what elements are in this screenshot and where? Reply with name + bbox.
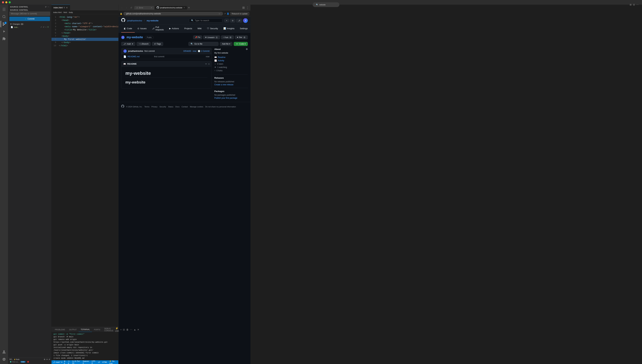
forks-link[interactable]: ⑂ 0 forks	[214, 70, 244, 72]
code-line-7: 7 <body>	[52, 34, 118, 38]
clock-icon: 🕐	[198, 50, 200, 52]
gh-tab-security[interactable]: 🛡 Security	[204, 24, 221, 32]
issues-button[interactable]: ⊙	[230, 19, 235, 22]
breadcrumb-html: html	[64, 11, 67, 13]
github-footer-logo	[121, 105, 124, 108]
extensions-browser-icon[interactable]: ⊞	[242, 6, 244, 10]
footer-docs[interactable]: Docs	[175, 106, 179, 108]
debug-activity-icon[interactable]	[1, 28, 7, 35]
lock-icon: 🔒	[120, 12, 122, 15]
tab-actions-label: Actions	[172, 27, 179, 30]
stage-icon[interactable]: +	[45, 26, 46, 28]
unwatch-button[interactable]: 👁 Unwatch 1	[203, 36, 220, 39]
changed-file-item[interactable]: 📄 inde... ↗ ↺ + U	[9, 26, 50, 28]
file-row-readme[interactable]: 📄 README.md first commit now	[121, 54, 211, 59]
maximize-button[interactable]	[9, 1, 11, 3]
address-bar[interactable]: github.com/jonathantrevino/my-website ☆	[123, 12, 223, 16]
close-button[interactable]	[2, 1, 4, 3]
commit-button[interactable]: ✓ Commit	[9, 17, 50, 21]
forward-button[interactable]: ›	[125, 6, 129, 10]
gh-tab-insights[interactable]: 📊 Insights	[221, 24, 237, 32]
list-icon[interactable]: ≡	[208, 63, 209, 65]
branches-link[interactable]: ⑂ 1 Branch	[137, 42, 151, 46]
footer-no-share[interactable]: Do not share my personal information	[205, 106, 236, 108]
more-icon[interactable]: ⋯	[48, 6, 49, 8]
fork-button[interactable]: ⑂ Fork 0	[221, 36, 234, 39]
code-editor[interactable]: 1 <html lang="en"> 2 <head> 3 <meta char…	[52, 14, 118, 139]
footer-terms[interactable]: Terms	[144, 106, 149, 108]
discard-icon[interactable]: ↺	[43, 26, 44, 28]
actions-icon: ▶	[169, 27, 171, 30]
plus-button[interactable]: +	[224, 19, 229, 22]
addr-right-area: ↗ 👤	[224, 12, 229, 15]
svg-point-0	[3, 15, 5, 18]
changes-count: 1	[21, 23, 24, 25]
code-button[interactable]: <> Code ▾	[234, 42, 244, 46]
github-tab-close[interactable]: ✕	[183, 6, 185, 9]
gh-tab-projects[interactable]: Projects	[181, 24, 195, 32]
pullreq-button[interactable]: ⎇	[236, 19, 242, 22]
github-content[interactable]: jonathantrevino / my-website 🔍 Type / to…	[119, 17, 244, 139]
refresh-icon[interactable]: ↺	[45, 6, 47, 8]
browser-tab-github[interactable]: jonathantrevino/my-website ✕	[155, 6, 187, 10]
stars-link[interactable]: ☆ 0 stars	[214, 63, 244, 65]
source-control-activity-icon[interactable]: 1	[1, 21, 7, 28]
code-line-6: 6 </head>	[52, 32, 118, 34]
publish-package-link[interactable]: Publish your first package	[214, 97, 244, 99]
readme-icons: ✏ ≡	[205, 63, 209, 65]
commit-message-input[interactable]	[9, 12, 50, 16]
bookmark-icon[interactable]: ☆	[219, 12, 220, 15]
tab-close-button[interactable]: ✕	[66, 6, 68, 9]
gh-tab-code[interactable]: ◧ Code	[121, 24, 135, 32]
footer-contact[interactable]: Contact	[181, 106, 188, 108]
commits-link[interactable]: 🕐 1 Commit	[198, 50, 209, 52]
user-avatar[interactable]: J	[243, 18, 244, 23]
footer-security[interactable]: Security	[159, 106, 166, 108]
create-release-link[interactable]: Create a new release	[214, 84, 244, 86]
error-tab-close[interactable]: ✕	[151, 6, 152, 9]
search-activity-icon[interactable]	[1, 13, 7, 20]
open-file-icon[interactable]: ↗	[40, 26, 42, 28]
browser-tab-error[interactable]: ⚠ Error ✕	[134, 6, 154, 10]
footer-cookies[interactable]: Manage cookies	[190, 106, 203, 108]
gh-tab-issues[interactable]: ⊙ Issues	[135, 24, 149, 32]
gh-tab-wiki[interactable]: Wiki	[195, 24, 204, 32]
repo-user[interactable]: my-website	[127, 36, 143, 39]
footer-privacy[interactable]: Privacy	[151, 106, 157, 108]
gh-tab-pullrequests[interactable]: ⎇ Pull requests	[149, 24, 166, 32]
edit-icon[interactable]: ✏	[205, 63, 207, 65]
about-desc: My first website	[214, 52, 244, 54]
about-title: About ⚙	[214, 48, 244, 50]
watching-link[interactable]: 👁 1 watching	[214, 66, 244, 68]
changes-header[interactable]: ▼ Changes 1	[9, 22, 50, 26]
footer-status[interactable]: Status	[168, 106, 173, 108]
relaunch-button[interactable]: Relaunch to update	[230, 12, 244, 15]
branch-button[interactable]: ⎇ main ▾	[121, 42, 135, 46]
minimize-button[interactable]	[5, 1, 7, 3]
new-tab-button[interactable]: +	[187, 6, 190, 10]
back-button[interactable]: ‹	[120, 6, 124, 10]
tags-link[interactable]: 🏷 Tags	[152, 42, 163, 46]
readme-link[interactable]: 📖 Readme	[214, 56, 244, 58]
go-to-file-button[interactable]: 🔍 Go to file	[188, 42, 219, 46]
file-name[interactable]: README.md	[128, 56, 153, 58]
profile-icon[interactable]: 👤	[227, 12, 229, 15]
explorer-activity-icon[interactable]	[1, 6, 7, 13]
refresh-button[interactable]: ↺	[129, 6, 133, 10]
pin-button[interactable]: 📌 Pin	[193, 36, 202, 39]
activity-link[interactable]: 📈 Activity	[214, 60, 244, 62]
watching-count: 1 watching	[217, 66, 227, 68]
github-reponame[interactable]: my-website	[147, 19, 158, 22]
gh-tab-settings[interactable]: Settings	[237, 24, 244, 32]
share-icon[interactable]: ↗	[224, 12, 226, 15]
star-button[interactable]: ★ Star 0	[235, 36, 244, 39]
editor-tab-index-html[interactable]: index.html U ✕	[52, 5, 70, 10]
add-file-button[interactable]: Add file ▾	[220, 42, 232, 46]
extensions-activity-icon[interactable]	[1, 36, 7, 42]
tab-settings-label: Settings	[240, 27, 244, 30]
github-username[interactable]: jonathantrevino	[127, 19, 142, 22]
commit-user[interactable]: jonathantrevino	[128, 50, 143, 52]
github-search[interactable]: 🔍 Type / to search	[189, 18, 222, 22]
gh-tab-actions[interactable]: ▶ Actions	[166, 24, 182, 32]
browser-tabs: ⚠ Error ✕ jonathantrevino/my-website ✕ +	[134, 6, 241, 10]
